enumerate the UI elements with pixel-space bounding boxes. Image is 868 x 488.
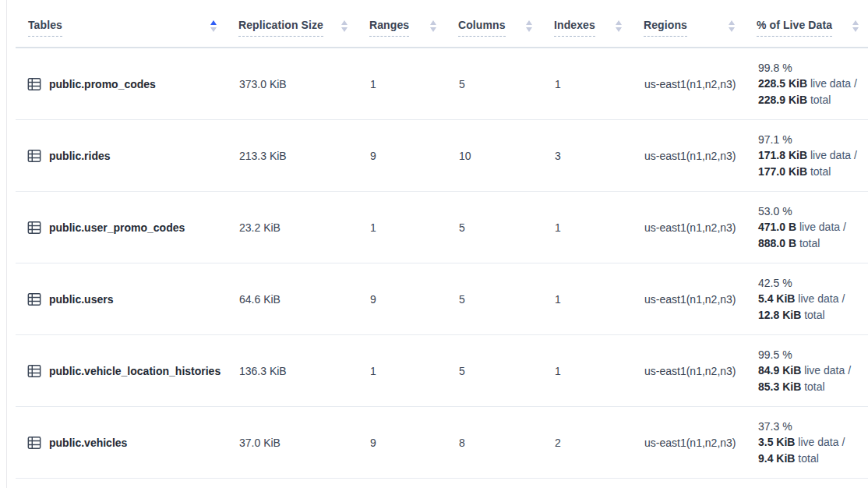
live-size: 5.4 KiB — [758, 292, 795, 305]
column-header-live-data[interactable]: % of Live Data — [744, 0, 868, 47]
indexes-cell: 1 — [542, 293, 631, 306]
regions-cell: us-east1(n1,n2,n3) — [631, 293, 744, 306]
total-size-line: 12.8 KiB total — [758, 307, 868, 324]
column-header-columns[interactable]: Columns — [446, 0, 542, 47]
live-suffix: live data / — [810, 77, 857, 90]
regions-cell: us-east1(n1,n2,n3) — [631, 150, 744, 162]
table-row[interactable]: public.users 64.6 KiB 9 5 1 us-east1(n1,… — [16, 263, 868, 335]
total-size: 85.3 KiB — [758, 380, 801, 393]
columns-cell: 5 — [446, 78, 542, 90]
replication-size-cell: 373.0 KiB — [226, 78, 357, 90]
table-icon — [27, 436, 41, 450]
column-label: Regions — [644, 19, 687, 37]
live-percent: 37.3 % — [758, 419, 868, 435]
table-name-link[interactable]: public.users — [49, 293, 113, 306]
table-row[interactable]: public.vehicle_location_histories 136.3 … — [16, 335, 868, 407]
indexes-cell: 1 — [542, 78, 631, 90]
live-percent: 99.8 % — [758, 60, 868, 76]
replication-size-cell: 23.2 KiB — [226, 221, 357, 234]
table-row[interactable]: public.vehicles 37.0 KiB 9 8 2 us-east1(… — [16, 407, 868, 479]
tables-list: Tables Replication Size Ranges Columns I… — [16, 0, 868, 479]
live-suffix: live data / — [799, 221, 846, 233]
table-row[interactable]: public.user_promo_codes 23.2 KiB 1 5 1 u… — [16, 192, 868, 263]
table-icon — [27, 364, 41, 378]
live-size-line: 84.9 KiB live data / — [758, 362, 868, 379]
indexes-cell: 1 — [542, 365, 631, 377]
ranges-cell: 1 — [357, 78, 446, 90]
table-row[interactable]: public.rides 213.3 KiB 9 10 3 us-east1(n… — [16, 120, 868, 192]
table-icon — [27, 77, 41, 91]
total-size: 228.9 KiB — [758, 94, 807, 106]
ranges-cell: 1 — [357, 365, 446, 377]
regions-cell: us-east1(n1,n2,n3) — [631, 365, 744, 377]
sort-arrows-icon[interactable] — [526, 20, 532, 35]
sort-arrows-icon[interactable] — [729, 20, 735, 35]
table-name-link[interactable]: public.user_promo_codes — [49, 221, 185, 234]
total-size-line: 177.0 KiB total — [758, 164, 868, 180]
total-size-line: 9.4 KiB total — [758, 451, 868, 467]
column-header-ranges[interactable]: Ranges — [357, 0, 446, 47]
total-suffix: total — [804, 309, 824, 321]
sort-arrows-icon[interactable] — [210, 20, 217, 35]
sort-arrows-icon[interactable] — [852, 20, 859, 35]
ranges-cell: 9 — [357, 437, 446, 449]
live-size-line: 3.5 KiB live data / — [758, 434, 868, 451]
total-suffix: total — [804, 380, 824, 393]
indexes-cell: 3 — [542, 150, 631, 162]
sort-arrows-icon[interactable] — [430, 20, 436, 35]
ranges-cell: 1 — [357, 221, 446, 234]
column-label: Columns — [458, 19, 506, 37]
total-suffix: total — [810, 165, 831, 178]
regions-cell: us-east1(n1,n2,n3) — [631, 221, 744, 234]
table-name-cell: public.vehicle_location_histories — [16, 364, 226, 378]
total-size-line: 888.0 B total — [758, 235, 868, 252]
column-label: Replication Size — [238, 19, 323, 37]
column-header-replication-size[interactable]: Replication Size — [226, 0, 357, 47]
live-percent: 42.5 % — [758, 275, 868, 292]
live-size-line: 228.5 KiB live data / — [758, 76, 868, 92]
live-data-cell: 97.1 % 171.8 KiB live data / 177.0 KiB t… — [744, 132, 868, 180]
total-suffix: total — [810, 94, 831, 106]
column-header-tables[interactable]: Tables — [16, 0, 226, 47]
table-name-cell: public.rides — [16, 149, 226, 163]
live-data-cell: 53.0 % 471.0 B live data / 888.0 B total — [744, 203, 868, 252]
table-name-link[interactable]: public.vehicle_location_histories — [49, 365, 221, 377]
live-data-cell: 99.5 % 84.9 KiB live data / 85.3 KiB tot… — [744, 347, 868, 395]
live-suffix: live data / — [804, 364, 851, 377]
live-size: 228.5 KiB — [758, 77, 807, 90]
column-header-regions[interactable]: Regions — [631, 0, 744, 47]
indexes-cell: 1 — [542, 221, 631, 234]
table-name-link[interactable]: public.rides — [49, 150, 111, 162]
indexes-cell: 2 — [542, 437, 631, 449]
total-size-line: 85.3 KiB total — [758, 379, 868, 395]
live-percent: 99.5 % — [758, 347, 868, 363]
page-left-divider — [6, 0, 7, 488]
table-icon — [27, 292, 41, 306]
table-row[interactable]: public.promo_codes 373.0 KiB 1 5 1 us-ea… — [16, 48, 868, 120]
table-name-cell: public.vehicles — [16, 436, 226, 450]
table-icon — [27, 149, 41, 163]
live-size: 471.0 B — [758, 221, 796, 233]
sort-arrows-icon[interactable] — [341, 20, 348, 35]
table-name-link[interactable]: public.vehicles — [49, 437, 127, 449]
table-name-link[interactable]: public.promo_codes — [49, 78, 156, 90]
columns-cell: 10 — [446, 150, 542, 162]
live-size-line: 5.4 KiB live data / — [758, 291, 868, 307]
table-name-cell: public.user_promo_codes — [16, 221, 226, 235]
sort-arrows-icon[interactable] — [616, 20, 622, 35]
regions-cell: us-east1(n1,n2,n3) — [631, 78, 744, 90]
regions-cell: us-east1(n1,n2,n3) — [631, 437, 744, 449]
live-suffix: live data / — [798, 436, 845, 448]
column-header-indexes[interactable]: Indexes — [542, 0, 631, 47]
ranges-cell: 9 — [357, 150, 446, 162]
column-label: % of Live Data — [757, 19, 832, 37]
columns-cell: 5 — [446, 365, 542, 377]
total-size-line: 228.9 KiB total — [758, 92, 868, 108]
table-name-cell: public.promo_codes — [16, 77, 226, 91]
live-size-line: 471.0 B live data / — [758, 219, 868, 235]
table-name-cell: public.users — [16, 292, 226, 306]
total-size: 12.8 KiB — [758, 309, 801, 321]
columns-cell: 5 — [446, 293, 542, 306]
total-suffix: total — [799, 237, 820, 249]
live-data-cell: 99.8 % 228.5 KiB live data / 228.9 KiB t… — [744, 60, 868, 108]
